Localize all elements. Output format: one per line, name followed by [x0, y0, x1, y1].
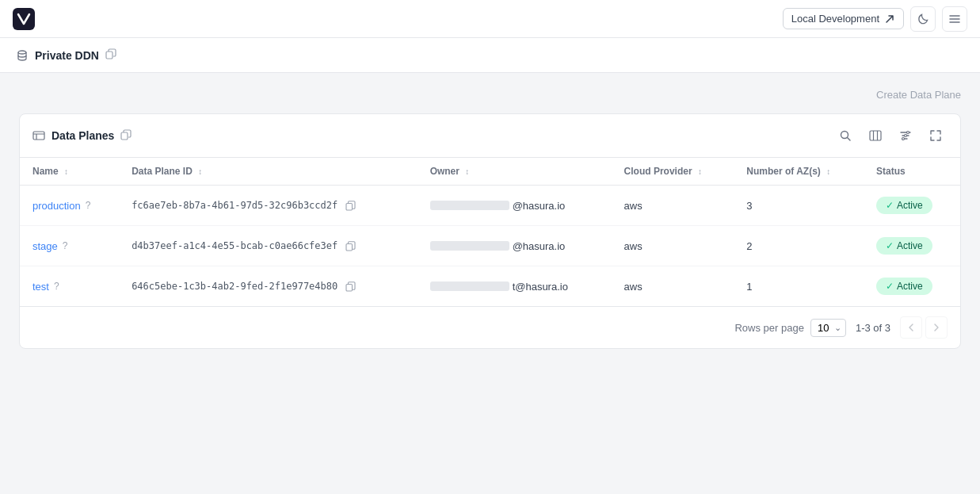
row-name-link-2[interactable]: test ? — [32, 281, 106, 293]
breadcrumb-bar: Private DDN — [0, 38, 980, 73]
table-filter-button[interactable] — [894, 124, 917, 147]
id-value-1: d4b37eef-a1c4-4e55-bcab-c0ae66cfe3ef — [132, 240, 337, 251]
svg-rect-6 — [870, 131, 881, 140]
cell-status-2: ✓ Active — [864, 266, 960, 307]
cell-id-2: 646c5ebe-1c3b-4ab2-9fed-2f1e977e4b80 — [119, 266, 417, 307]
status-badge-2: ✓ Active — [876, 278, 932, 295]
hamburger-icon — [948, 13, 961, 25]
menu-button[interactable] — [942, 6, 967, 32]
prev-page-button[interactable] — [900, 316, 922, 339]
copy-icon-2 — [345, 281, 356, 292]
cell-name-1: stage ? — [20, 226, 119, 266]
col-owner: Owner ↕ — [418, 158, 612, 186]
row-name-link-0[interactable]: production ? — [32, 200, 106, 212]
env-switcher-label: Local Development — [791, 13, 879, 25]
svg-point-1 — [18, 51, 26, 54]
chevron-right-icon — [931, 322, 942, 333]
topbar-right: Local Development — [783, 6, 967, 32]
check-icon-2: ✓ — [886, 281, 894, 292]
svg-point-7 — [907, 132, 909, 134]
chevron-left-icon — [906, 322, 917, 333]
table-expand-button[interactable] — [924, 124, 948, 147]
copy-icon-1 — [345, 241, 356, 251]
cell-id-1: d4b37eef-a1c4-4e55-bcab-c0ae66cfe3ef — [119, 226, 417, 266]
help-icon-2: ? — [54, 281, 59, 292]
id-value-0: fc6ae7eb-8b7a-4b61-97d5-32c96b3ccd2f — [132, 200, 337, 211]
sort-icon-owner[interactable]: ↕ — [465, 167, 469, 176]
table-header-row: Name ↕ Data Plane ID ↕ Owner ↕ Cloud Pro… — [20, 158, 960, 186]
breadcrumb-copy-icon[interactable] — [105, 48, 116, 62]
table-title-copy-icon[interactable] — [120, 129, 132, 143]
col-status: Status — [864, 158, 960, 186]
cell-name-2: test ? — [20, 266, 119, 307]
sort-icon-name[interactable]: ↕ — [64, 167, 68, 176]
columns-icon — [869, 129, 882, 142]
data-planes-card: Data Planes — [19, 113, 961, 349]
col-id: Data Plane ID ↕ — [119, 158, 417, 186]
owner-blur-1 — [430, 241, 509, 251]
row-name-link-1[interactable]: stage ? — [32, 240, 106, 252]
check-icon-0: ✓ — [886, 200, 894, 211]
logo-icon — [13, 8, 35, 30]
help-icon-1: ? — [63, 240, 68, 251]
svg-rect-0 — [13, 8, 35, 30]
svg-rect-4 — [121, 132, 128, 140]
status-label-2: Active — [897, 281, 923, 292]
expand-icon — [929, 129, 942, 142]
table-columns-button[interactable] — [864, 124, 887, 147]
svg-rect-11 — [346, 243, 353, 251]
filter-icon — [899, 129, 912, 142]
table-footer: Rows per page 10 25 50 1-3 of 3 — [20, 306, 960, 348]
topbar-left — [13, 8, 35, 30]
table-search-button[interactable] — [833, 124, 857, 147]
table-title-label: Data Planes — [51, 129, 114, 142]
sort-icon-az[interactable]: ↕ — [826, 167, 830, 176]
help-icon-0: ? — [86, 200, 91, 211]
copy-icon-0 — [345, 201, 356, 211]
main-content: Create Data Plane Data Planes — [0, 73, 980, 365]
table-icon — [32, 129, 45, 142]
cell-name-0: production ? — [20, 186, 119, 226]
moon-icon — [917, 13, 929, 25]
cell-az-0: 3 — [734, 186, 864, 226]
rows-per-page-wrapper: 10 25 50 — [810, 319, 846, 337]
topbar: Local Development — [0, 0, 980, 38]
cell-status-1: ✓ Active — [864, 226, 960, 266]
owner-suffix-2: t@hasura.io — [513, 281, 568, 293]
cell-status-0: ✓ Active — [864, 186, 960, 226]
owner-suffix-1: @hasura.io — [513, 240, 566, 252]
cell-owner-2: t@hasura.io — [418, 266, 612, 307]
copy-id-button-1[interactable] — [344, 239, 357, 253]
rows-per-page-label: Rows per page — [734, 322, 803, 334]
cell-id-0: fc6ae7eb-8b7a-4b61-97d5-32c96b3ccd2f — [119, 186, 417, 226]
data-planes-table: Name ↕ Data Plane ID ↕ Owner ↕ Cloud Pro… — [20, 158, 960, 306]
cell-cloud-1: aws — [612, 226, 734, 266]
table-row: test ? 646c5ebe-1c3b-4ab2-9fed-2f1e977e4… — [20, 266, 960, 307]
status-badge-1: ✓ Active — [876, 237, 932, 255]
cell-owner-0: @hasura.io — [418, 186, 612, 226]
svg-rect-3 — [33, 132, 44, 140]
copy-id-button-0[interactable] — [344, 199, 357, 213]
pagination-info: 1-3 of 3 — [856, 322, 890, 334]
owner-suffix-0: @hasura.io — [513, 200, 566, 212]
check-icon-1: ✓ — [886, 240, 894, 251]
pagination-nav — [900, 316, 948, 339]
col-name: Name ↕ — [20, 158, 119, 186]
sort-icon-cloud[interactable]: ↕ — [698, 167, 702, 176]
rows-per-page-section: Rows per page 10 25 50 — [734, 319, 845, 337]
svg-point-9 — [902, 138, 905, 140]
cell-az-2: 1 — [734, 266, 864, 307]
database-icon — [16, 49, 29, 62]
breadcrumb-title: Private DDN — [35, 49, 99, 62]
rows-per-page-select[interactable]: 10 25 50 — [810, 319, 846, 337]
svg-rect-2 — [106, 52, 112, 59]
owner-blur-2 — [430, 281, 509, 291]
sort-icon-id[interactable]: ↕ — [198, 167, 202, 176]
create-data-plane-button[interactable]: Create Data Plane — [876, 89, 961, 101]
env-switcher-button[interactable]: Local Development — [783, 8, 904, 29]
col-az: Number of AZ(s) ↕ — [734, 158, 864, 186]
theme-toggle-button[interactable] — [910, 6, 936, 32]
next-page-button[interactable] — [925, 316, 948, 339]
status-label-0: Active — [897, 200, 923, 211]
copy-id-button-2[interactable] — [344, 280, 357, 293]
